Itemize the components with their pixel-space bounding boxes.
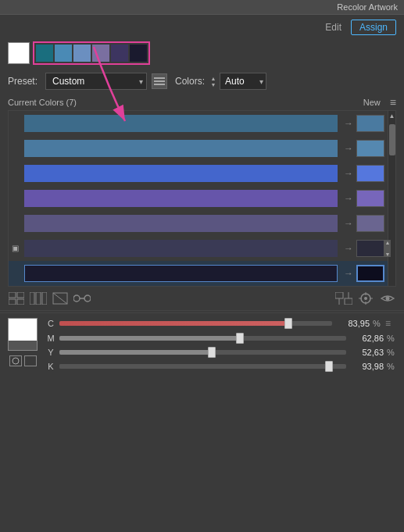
new-label: New: [363, 98, 381, 107]
cmyk-sliders: C 83,95 % ≡ M 62,86 %: [45, 318, 396, 376]
cmyk-c-label: C: [45, 319, 56, 328]
no-recolor-icon[interactable]: [52, 291, 69, 305]
current-color-bar-7[interactable]: [24, 265, 338, 282]
current-color-bar-1[interactable]: [24, 115, 338, 132]
preset-list-icon[interactable]: [152, 73, 167, 89]
color-row-7[interactable]: →: [9, 261, 388, 286]
svg-rect-16: [335, 292, 343, 298]
new-color-swatch-5[interactable]: [356, 215, 384, 232]
new-color-swatch-6[interactable]: [356, 240, 384, 257]
color-row-6[interactable]: ▣ → ▲ ▼: [9, 236, 388, 261]
toolbar-left: [8, 291, 91, 305]
color-row-4[interactable]: →: [9, 186, 388, 211]
new-color-swatch-1[interactable]: [356, 115, 384, 132]
scroll-up-btn[interactable]: ▲: [389, 111, 395, 121]
scrollbar[interactable]: ▲: [388, 111, 395, 286]
cmyk-c-value: 83,95: [335, 319, 370, 328]
color-row-3[interactable]: →: [9, 161, 388, 186]
bottom-toolbar: [0, 288, 404, 309]
svg-rect-1: [154, 77, 165, 79]
current-color-bar-3[interactable]: [24, 165, 338, 182]
svg-point-27: [13, 358, 19, 364]
colors-select[interactable]: Auto 2 3 4 5 6 7: [220, 73, 266, 90]
colors-spin-up[interactable]: ▲: [209, 75, 217, 81]
new-color-swatch-7[interactable]: [356, 265, 384, 282]
colors-spin-down[interactable]: ▼: [209, 81, 217, 87]
color-mode-icon[interactable]: [9, 355, 22, 366]
cmyk-c-track[interactable]: [59, 321, 332, 326]
swatch-2[interactable]: [55, 45, 72, 62]
swatch-scroll-6[interactable]: ▲ ▼: [384, 240, 391, 257]
svg-rect-8: [30, 292, 34, 305]
swatch-3[interactable]: [73, 45, 91, 62]
arrow-7: →: [341, 268, 356, 279]
preset-select[interactable]: Custom Default Bright Muted: [45, 73, 147, 90]
grid-2x2-icon[interactable]: [8, 291, 25, 305]
white-swatch[interactable]: [8, 42, 30, 64]
cmyk-k-percent: %: [387, 362, 396, 371]
cmyk-y-track[interactable]: [59, 350, 346, 355]
current-color-bar-4[interactable]: [24, 190, 338, 207]
current-color-bar-6[interactable]: [24, 240, 338, 257]
svg-rect-17: [345, 298, 352, 305]
cmyk-k-row: K 93,98 %: [45, 362, 396, 371]
svg-rect-10: [42, 292, 47, 305]
toolbar-right: [335, 291, 396, 305]
swatch-1[interactable]: [36, 45, 53, 62]
swap-icon[interactable]: [335, 291, 352, 305]
window-title: Recolor Artwork: [337, 2, 398, 12]
swatches-row: [0, 38, 404, 70]
svg-rect-5: [17, 292, 24, 298]
current-colors-title: Current Colors (7): [8, 98, 77, 107]
swatch-4[interactable]: [92, 45, 109, 62]
cmyk-k-thumb[interactable]: [325, 361, 333, 372]
swatch-5[interactable]: [111, 45, 128, 62]
preset-select-wrap: Custom Default Bright Muted: [45, 73, 147, 90]
cmyk-m-thumb[interactable]: [236, 333, 244, 344]
cmyk-k-value: 93,98: [349, 362, 384, 371]
swatch-6[interactable]: [130, 45, 147, 62]
svg-rect-2: [154, 80, 165, 82]
grid-3col-icon[interactable]: [30, 291, 47, 305]
scroll-thumb[interactable]: [389, 124, 395, 155]
cmyk-c-thumb[interactable]: [284, 318, 292, 329]
arrow-6: →: [341, 243, 356, 254]
svg-rect-13: [73, 295, 80, 302]
target-icon[interactable]: [357, 291, 374, 305]
menu-icon[interactable]: ≡: [390, 96, 396, 109]
title-bar: Recolor Artwork: [0, 0, 404, 15]
link-icon[interactable]: [73, 291, 91, 305]
eye-icon[interactable]: [379, 291, 396, 305]
cmyk-c-percent: %: [373, 319, 382, 328]
svg-rect-4: [9, 292, 16, 298]
color-preview-swatch[interactable]: [8, 318, 38, 351]
new-color-swatch-3[interactable]: [356, 165, 384, 182]
svg-point-26: [386, 297, 390, 301]
cmyk-c-menu[interactable]: ≡: [385, 318, 396, 329]
svg-rect-7: [17, 299, 24, 305]
svg-rect-9: [36, 292, 41, 305]
cmyk-y-thumb[interactable]: [208, 347, 216, 358]
svg-rect-3: [154, 84, 165, 85]
cmyk-m-percent: %: [387, 334, 396, 343]
arrow-1: →: [341, 118, 356, 129]
new-color-swatch-4[interactable]: [356, 190, 384, 207]
color-row-2[interactable]: →: [9, 136, 388, 161]
cmyk-k-track[interactable]: [59, 364, 346, 369]
cmyk-c-row: C 83,95 % ≡: [45, 318, 396, 329]
cmyk-m-track[interactable]: [59, 336, 346, 341]
tab-edit[interactable]: Edit: [320, 20, 346, 34]
cmyk-y-fill: [59, 350, 212, 355]
cmyk-y-percent: %: [387, 348, 396, 357]
cmyk-k-label: K: [45, 362, 56, 371]
current-color-bar-2[interactable]: [24, 140, 338, 157]
tab-assign[interactable]: Assign: [351, 20, 396, 35]
color-row-5[interactable]: →: [9, 211, 388, 236]
tabs-row: Edit Assign: [0, 15, 404, 38]
color-row-1[interactable]: →: [9, 111, 388, 136]
svg-rect-6: [9, 299, 16, 305]
new-color-swatch-2[interactable]: [356, 140, 384, 157]
color-library-icon[interactable]: [24, 355, 37, 366]
current-color-bar-5[interactable]: [24, 215, 338, 232]
current-colors-header: Current Colors (7) New ≡: [0, 93, 404, 110]
